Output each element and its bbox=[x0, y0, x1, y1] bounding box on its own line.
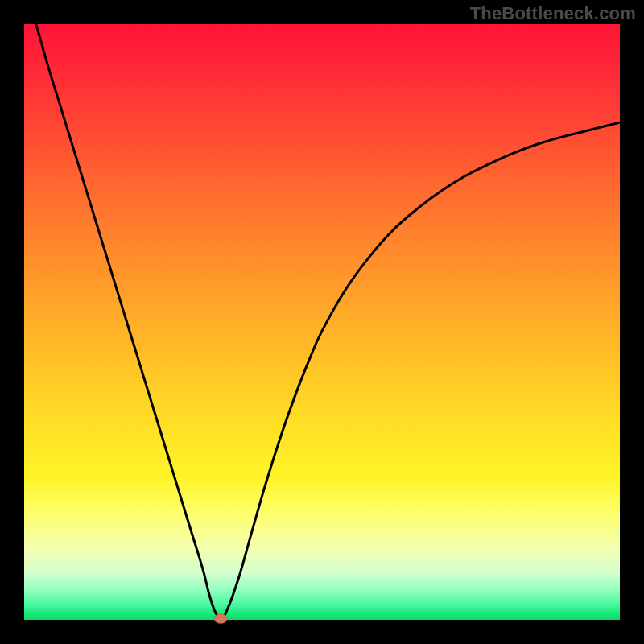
plot-area bbox=[24, 24, 620, 620]
curve-svg bbox=[24, 24, 620, 620]
chart-frame: TheBottleneck.com bbox=[0, 0, 644, 644]
bottleneck-curve bbox=[36, 24, 620, 619]
watermark-text: TheBottleneck.com bbox=[470, 3, 636, 24]
optimum-marker bbox=[214, 614, 227, 624]
